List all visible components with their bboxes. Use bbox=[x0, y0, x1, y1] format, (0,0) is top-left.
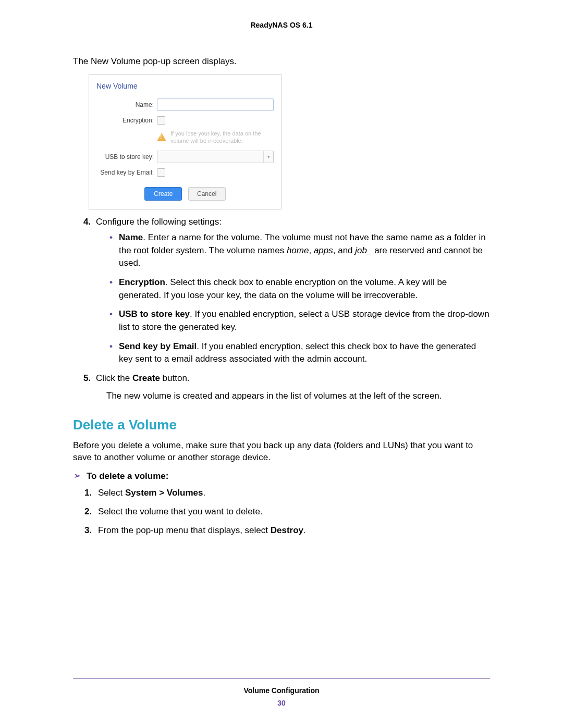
section-intro: Before you delete a volume, make sure th… bbox=[73, 439, 490, 464]
new-volume-popup: New Volume Name: Encryption: If you lose… bbox=[89, 74, 282, 210]
delete-steps: 1. Select System > Volumes. 2. Select th… bbox=[73, 487, 490, 536]
popup-title: New Volume bbox=[96, 82, 274, 90]
footer-rule bbox=[73, 678, 490, 679]
step-text: . bbox=[303, 525, 306, 535]
step-num: 1. bbox=[84, 487, 92, 499]
bullet-i: job_ bbox=[355, 245, 372, 255]
page-footer: Volume Configuration 30 bbox=[73, 678, 490, 707]
chevron-down-icon: ▾ bbox=[263, 151, 273, 163]
encryption-checkbox[interactable] bbox=[157, 116, 165, 125]
bullet-text: , bbox=[309, 245, 313, 255]
step-5: 5. Click the Create button. The new volu… bbox=[85, 372, 490, 402]
step-text: Click the bbox=[96, 373, 132, 383]
footer-page-number: 30 bbox=[73, 699, 490, 707]
step-4: 4. Configure the following settings: Nam… bbox=[85, 216, 490, 366]
step-text: Select the volume that you want to delet… bbox=[98, 507, 263, 516]
usb-select[interactable]: ▾ bbox=[157, 151, 274, 163]
doc-header-title: ReadyNAS OS 6.1 bbox=[73, 21, 490, 29]
bullet-label: Send key by Email bbox=[119, 341, 197, 351]
bullet-email: Send key by Email. If you enabled encryp… bbox=[111, 340, 490, 366]
footer-title: Volume Configuration bbox=[73, 686, 490, 695]
warning-text: If you lose your key, the data on the vo… bbox=[170, 130, 274, 145]
label-email: Send key by Email: bbox=[96, 169, 157, 176]
step-text: From the pop-up menu that displays, sele… bbox=[98, 525, 271, 535]
step-text: Select bbox=[98, 488, 125, 498]
bullet-label: Encryption bbox=[119, 277, 165, 287]
procedure-heading: To delete a volume: bbox=[73, 471, 490, 482]
step-bold: System > Volumes bbox=[125, 488, 203, 498]
email-checkbox[interactable] bbox=[157, 168, 165, 177]
create-button[interactable]: Create bbox=[144, 187, 182, 201]
step-num: 3. bbox=[84, 524, 92, 537]
step-text: button. bbox=[160, 373, 190, 383]
document-page: ReadyNAS OS 6.1 The New Volume pop-up sc… bbox=[0, 0, 563, 728]
step-text: . bbox=[203, 488, 205, 498]
step-num: 4. bbox=[83, 216, 91, 228]
step5-after: The new volume is created and appears in… bbox=[106, 390, 490, 402]
step-bold: Create bbox=[132, 373, 160, 383]
delete-step-3: 3. From the pop-up menu that displays, s… bbox=[96, 524, 490, 537]
bullet-i: apps bbox=[314, 245, 333, 255]
section-title-delete: Delete a Volume bbox=[73, 417, 490, 433]
cancel-button[interactable]: Cancel bbox=[188, 187, 226, 201]
steps-continued: 4. Configure the following settings: Nam… bbox=[73, 216, 490, 402]
warning-icon bbox=[157, 133, 166, 141]
step-text: Configure the following settings: bbox=[96, 217, 222, 227]
bullet-label: USB to store key bbox=[119, 309, 190, 319]
bullet-i: home bbox=[287, 245, 309, 255]
delete-step-2: 2. Select the volume that you want to de… bbox=[96, 505, 490, 518]
bullet-label: Name bbox=[119, 232, 143, 242]
bullet-encryption: Encryption. Select this check box to ena… bbox=[111, 276, 490, 302]
step-num: 5. bbox=[83, 372, 91, 385]
label-usb: USB to store key: bbox=[96, 153, 157, 161]
bullet-text: , and bbox=[333, 245, 356, 255]
bullet-name: Name. Enter a name for the volume. The v… bbox=[111, 231, 490, 270]
step4-bullets: Name. Enter a name for the volume. The v… bbox=[96, 231, 490, 366]
label-name: Name: bbox=[96, 101, 157, 108]
step-num: 2. bbox=[84, 505, 92, 518]
bullet-text: . Select this check box to enable encryp… bbox=[119, 277, 447, 300]
name-input[interactable] bbox=[157, 98, 274, 111]
delete-step-1: 1. Select System > Volumes. bbox=[96, 487, 490, 499]
label-encryption: Encryption: bbox=[96, 117, 157, 124]
step-bold: Destroy bbox=[271, 525, 303, 535]
intro-text: The New Volume pop-up screen displays. bbox=[73, 55, 490, 68]
bullet-usb: USB to store key. If you enabled encrypt… bbox=[111, 308, 490, 334]
